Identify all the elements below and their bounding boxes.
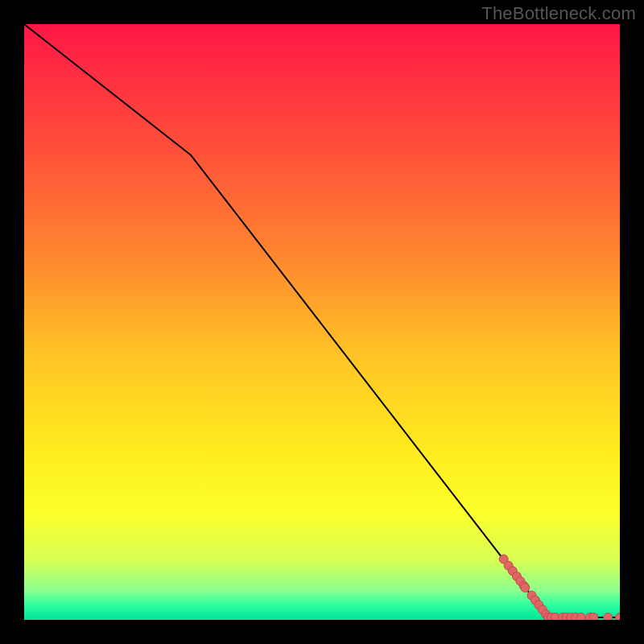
chart-plot-area (24, 24, 620, 620)
data-point (604, 613, 613, 620)
data-point (576, 613, 585, 620)
gradient-background (24, 24, 620, 620)
chart-container: TheBottleneck.com (0, 0, 644, 644)
data-point (589, 613, 598, 620)
data-point (521, 584, 530, 592)
watermark-label: TheBottleneck.com (481, 3, 636, 24)
chart-svg (24, 24, 620, 620)
